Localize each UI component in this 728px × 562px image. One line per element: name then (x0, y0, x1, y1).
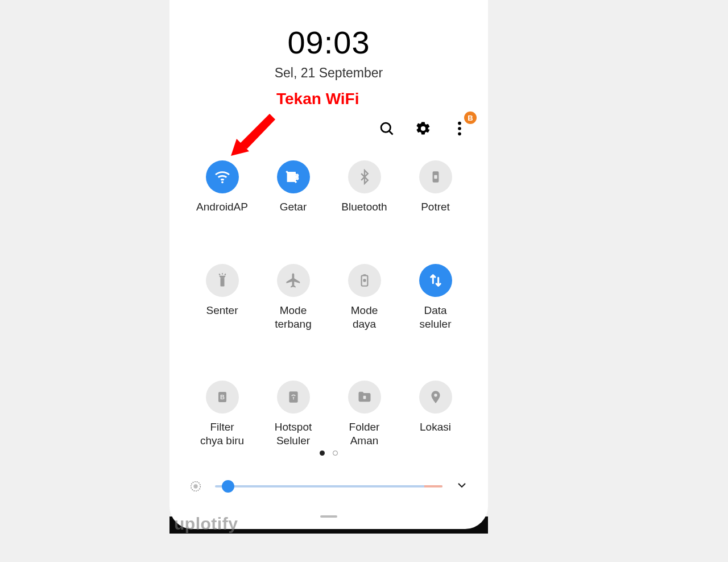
clock-time: 09:03 (169, 24, 488, 61)
svg-point-18 (292, 398, 293, 399)
search-icon (379, 121, 395, 137)
tile-label: Bluetooth (341, 200, 387, 214)
gear-icon (415, 121, 431, 137)
tile-power[interactable]: Mode daya (330, 264, 399, 331)
tile-flashlight[interactable]: Senter (188, 264, 257, 331)
page-indicator (169, 451, 488, 456)
portrait-icon (419, 160, 452, 193)
flashlight-icon (206, 264, 239, 297)
hotspot-icon (277, 381, 310, 414)
svg-line-11 (225, 274, 226, 275)
folder-icon (348, 381, 381, 414)
slider-thumb[interactable] (222, 480, 234, 493)
tile-airplane[interactable]: Mode terbang (259, 264, 328, 331)
svg-point-3 (458, 127, 461, 130)
clock-date: Sel, 21 September (169, 65, 488, 81)
tile-hotspot[interactable]: Hotspot Seluler (259, 381, 328, 448)
tile-wifi[interactable]: AndroidAP (188, 160, 257, 214)
svg-point-0 (381, 123, 390, 132)
wifi-icon (206, 160, 239, 193)
brightness-icon (189, 480, 202, 493)
expand-button[interactable] (455, 478, 469, 494)
svg-line-1 (390, 131, 393, 135)
settings-button[interactable] (414, 119, 432, 138)
data-icon (419, 264, 452, 297)
tile-label: AndroidAP (196, 200, 248, 214)
chevron-down-icon (455, 478, 469, 492)
svg-rect-19 (363, 396, 366, 399)
svg-text:B: B (220, 394, 225, 400)
tile-label: Potret (421, 200, 450, 214)
quick-tiles-grid: AndroidAPGetarBluetoothPotretSenterMode … (169, 160, 488, 448)
svg-line-10 (219, 274, 220, 275)
tile-location[interactable]: Lokasi (402, 381, 470, 448)
tile-mobiledata[interactable]: Data seluler (402, 264, 470, 331)
page-dot-active (320, 451, 325, 456)
tile-label: Data seluler (420, 304, 452, 331)
brightness-slider[interactable] (215, 478, 442, 495)
battery-icon (348, 264, 381, 297)
svg-point-20 (193, 484, 197, 488)
bluetooth-icon (348, 160, 381, 193)
location-icon (419, 381, 452, 414)
tile-vibrate[interactable]: Getar (259, 160, 328, 214)
panel-toolbar: B (378, 119, 469, 138)
svg-point-14 (363, 279, 366, 282)
watermark: uplotify (174, 514, 238, 534)
svg-rect-8 (220, 278, 224, 286)
bluelight-icon: B (206, 381, 239, 414)
more-vertical-icon (457, 121, 462, 137)
svg-rect-13 (363, 274, 365, 275)
tile-bluelight[interactable]: BFilter chya biru (188, 381, 257, 448)
tile-label: Hotspot Seluler (275, 420, 312, 448)
tile-label: Folder Aman (349, 420, 380, 448)
more-button[interactable]: B (450, 119, 469, 138)
svg-point-4 (458, 133, 461, 136)
tile-label: Mode terbang (275, 304, 311, 331)
search-button[interactable] (378, 119, 396, 138)
tile-label: Mode daya (351, 304, 378, 331)
brightness-row (169, 478, 488, 495)
vibrate-icon (277, 160, 310, 193)
page-dot[interactable] (333, 451, 338, 456)
tile-label: Lokasi (420, 420, 451, 434)
home-handle[interactable] (320, 515, 337, 518)
notification-badge: B (464, 111, 477, 124)
annotation-arrow-icon (229, 109, 280, 160)
quick-settings-panel: 09:03 Sel, 21 September B AndroidAPGetar… (169, 0, 488, 529)
svg-rect-7 (434, 175, 437, 179)
tile-bluetooth[interactable]: Bluetooth (330, 160, 399, 214)
tile-securefolder[interactable]: Folder Aman (330, 381, 399, 448)
tile-label: Senter (206, 304, 238, 317)
airplane-icon (277, 264, 310, 297)
svg-point-2 (458, 122, 461, 125)
tile-portrait[interactable]: Potret (402, 160, 470, 214)
svg-point-5 (221, 181, 224, 183)
tile-label: Getar (280, 200, 307, 214)
annotation-label: Tekan WiFi (276, 90, 359, 108)
tile-label: Filter chya biru (200, 420, 244, 448)
